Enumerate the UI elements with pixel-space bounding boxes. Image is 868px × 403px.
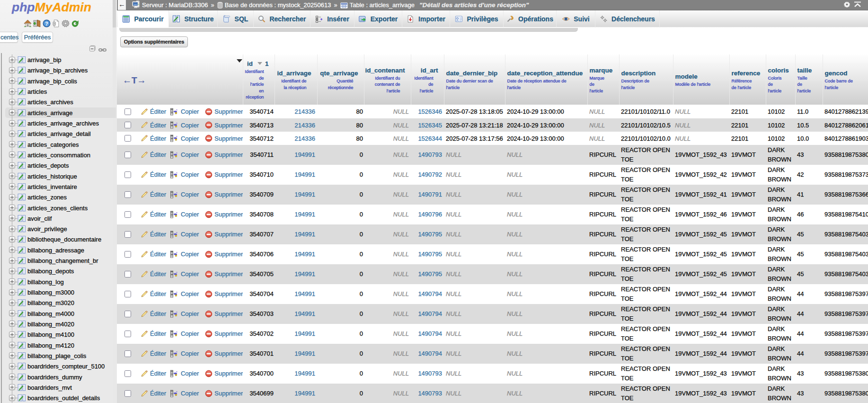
svg-text:?: ? (45, 21, 48, 27)
